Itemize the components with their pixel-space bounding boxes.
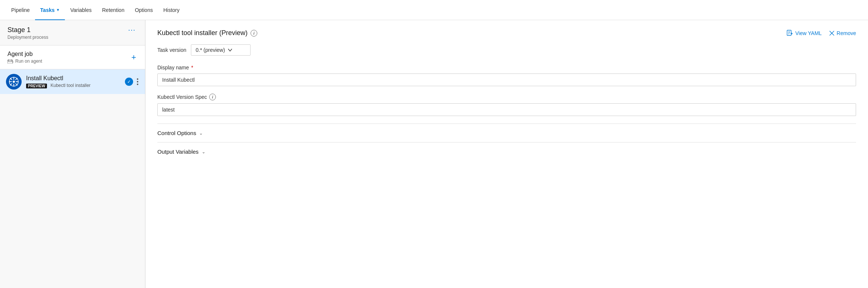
task-name: Install Kubectl bbox=[26, 75, 120, 82]
task-version-select[interactable]: 0.* (preview) bbox=[191, 44, 251, 56]
chevron-down-icon bbox=[228, 48, 232, 51]
dot-2 bbox=[137, 81, 138, 82]
svg-point-4 bbox=[13, 81, 15, 83]
kubectl-icon bbox=[9, 76, 19, 87]
stage-menu-button[interactable]: ⋯ bbox=[126, 26, 138, 34]
kubectl-version-label: Kubectl Version Spec i bbox=[157, 94, 856, 100]
top-nav: Pipeline Tasks ▼ Variables Retention Opt… bbox=[0, 0, 868, 20]
display-name-label: Display name * bbox=[157, 65, 856, 71]
kubectl-version-field-group: Kubectl Version Spec i bbox=[157, 94, 856, 116]
control-options-section: Control Options ⌄ bbox=[157, 123, 856, 142]
output-variables-section: Output Variables ⌄ bbox=[157, 142, 856, 161]
panel-title: Kubectl tool installer (Preview) bbox=[157, 29, 248, 37]
kubectl-version-info-icon[interactable]: i bbox=[209, 94, 216, 100]
add-task-button[interactable]: + bbox=[130, 53, 138, 62]
task-actions: ✓ bbox=[125, 78, 139, 86]
kubectl-version-input[interactable] bbox=[157, 103, 856, 116]
info-icon[interactable]: i bbox=[251, 30, 257, 37]
task-version-row: Task version 0.* (preview) bbox=[157, 44, 856, 56]
stage-subtitle: Deployment process bbox=[7, 35, 48, 40]
task-preview-badge: PREVIEW bbox=[26, 84, 47, 88]
task-description: PREVIEW Kubectl tool installer bbox=[26, 83, 120, 88]
yaml-icon bbox=[786, 30, 793, 37]
control-options-chevron: ⌄ bbox=[199, 131, 203, 136]
output-variables-toggle[interactable]: Output Variables ⌄ bbox=[157, 148, 205, 155]
agent-job-subtitle: Run on agent bbox=[7, 59, 42, 64]
panel-title-area: Kubectl tool installer (Preview) i bbox=[157, 29, 257, 37]
display-name-field-group: Display name * bbox=[157, 65, 856, 86]
nav-options[interactable]: Options bbox=[130, 0, 158, 20]
output-variables-chevron: ⌄ bbox=[202, 149, 205, 154]
nav-tasks[interactable]: Tasks ▼ bbox=[35, 0, 65, 20]
agent-job-title: Agent job bbox=[7, 51, 42, 57]
agent-icon bbox=[7, 59, 13, 63]
control-options-toggle[interactable]: Control Options ⌄ bbox=[157, 130, 203, 136]
task-check-icon: ✓ bbox=[125, 78, 133, 86]
task-icon-circle bbox=[6, 74, 22, 90]
stage-title: Stage 1 bbox=[7, 26, 48, 34]
agent-job-info: Agent job Run on agent bbox=[7, 51, 42, 64]
dot-3 bbox=[137, 84, 138, 85]
main-layout: Stage 1 Deployment process ⋯ Agent job R… bbox=[0, 20, 868, 288]
remove-button[interactable]: Remove bbox=[829, 30, 856, 36]
panel-header: Kubectl tool installer (Preview) i View … bbox=[157, 29, 856, 37]
left-panel: Stage 1 Deployment process ⋯ Agent job R… bbox=[0, 20, 145, 288]
view-yaml-button[interactable]: View YAML bbox=[786, 30, 822, 37]
right-panel: Kubectl tool installer (Preview) i View … bbox=[145, 20, 868, 288]
required-star: * bbox=[191, 65, 193, 71]
close-icon bbox=[829, 31, 834, 36]
nav-pipeline[interactable]: Pipeline bbox=[6, 0, 35, 20]
dot-1 bbox=[137, 78, 138, 80]
nav-retention[interactable]: Retention bbox=[97, 0, 130, 20]
chevron-down-icon: ▼ bbox=[56, 8, 60, 12]
task-info: Install Kubectl PREVIEW Kubectl tool ins… bbox=[26, 75, 120, 88]
agent-job-section: Agent job Run on agent + bbox=[0, 46, 145, 69]
stage-info: Stage 1 Deployment process bbox=[7, 26, 48, 40]
task-version-label: Task version bbox=[157, 47, 186, 53]
panel-actions: View YAML Remove bbox=[786, 30, 856, 37]
display-name-input[interactable] bbox=[157, 73, 856, 86]
nav-variables[interactable]: Variables bbox=[65, 0, 97, 20]
task-item[interactable]: Install Kubectl PREVIEW Kubectl tool ins… bbox=[0, 69, 145, 94]
stage-header: Stage 1 Deployment process ⋯ bbox=[0, 20, 145, 46]
nav-history[interactable]: History bbox=[158, 0, 185, 20]
task-context-menu-button[interactable] bbox=[136, 78, 139, 85]
